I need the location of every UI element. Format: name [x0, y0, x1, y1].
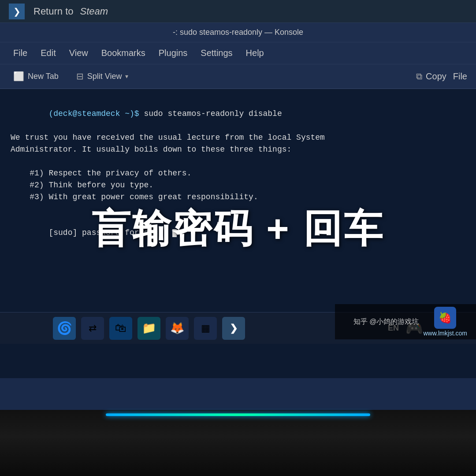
- led-strip: [106, 413, 370, 416]
- files-symbol: 📁: [142, 321, 156, 335]
- terminal-symbol: ❯: [230, 323, 238, 334]
- terminal-output-5: #2) Think before you type.: [11, 179, 465, 191]
- file-button[interactable]: File: [453, 71, 467, 82]
- firefox-symbol: 🦊: [170, 321, 184, 335]
- copy-button[interactable]: ⧉ Copy: [416, 71, 446, 82]
- watermark: 知乎 @小鸽的游戏坑 🍓 www.lmkjst.com: [335, 304, 476, 339]
- file-label: File: [453, 71, 467, 81]
- steam-label: Steam: [80, 6, 108, 17]
- split-view-button[interactable]: ⊟ Split View ▾: [72, 68, 133, 84]
- taskbar-settings-icon[interactable]: ⇄: [81, 317, 104, 340]
- menu-settings[interactable]: Settings: [201, 48, 232, 58]
- copy-label: Copy: [426, 71, 446, 82]
- site-url: www.lmkjst.com: [423, 330, 467, 337]
- konsole-title: -: sudo steamos-readonly — Konsole: [173, 28, 303, 37]
- split-view-icon: ⊟: [76, 71, 84, 82]
- toolbar: ⬜ New Tab ⊟ Split View ▾ ⧉ Copy File: [0, 64, 476, 89]
- split-view-label: Split View: [87, 72, 122, 81]
- terminal-output-6: #3) With great power comes great respons…: [11, 191, 465, 203]
- settings-symbol: ⇄: [89, 323, 97, 334]
- copy-icon: ⧉: [416, 71, 422, 82]
- plasma-symbol: 🌀: [57, 321, 72, 335]
- prompt-text: (deck@steamdeck ~)$: [48, 109, 144, 118]
- bottom-bezel: [0, 410, 476, 476]
- arrow-icon: ❯: [13, 6, 21, 17]
- return-to-label: Return to: [33, 6, 74, 17]
- command-text: sudo steamos-readonly disable: [144, 109, 282, 118]
- terminal-output-2: Administrator. It usually boils down to …: [11, 144, 465, 156]
- menu-file[interactable]: File: [13, 48, 27, 58]
- terminal-output-1: We trust you have received the usual lec…: [11, 132, 465, 144]
- menu-edit[interactable]: Edit: [41, 48, 56, 58]
- overlay-text: 盲输密码 + 回车: [0, 203, 476, 255]
- store-symbol: 🛍: [115, 321, 126, 335]
- menu-view[interactable]: View: [69, 48, 88, 58]
- terminal-output-3: [11, 156, 465, 167]
- new-tab-icon: ⬜: [13, 71, 24, 82]
- taskbar-plasma-icon[interactable]: 🌀: [53, 317, 76, 340]
- toolbar-right: ⧉ Copy File: [416, 71, 467, 82]
- taskbar-firefox-icon[interactable]: 🦊: [166, 317, 189, 340]
- new-tab-label: New Tab: [28, 72, 59, 81]
- watermark-text-block: 知乎 @小鸽的游戏坑: [353, 317, 419, 327]
- chevron-down-icon: ▾: [125, 73, 128, 80]
- logo-image: 🍓: [434, 307, 456, 329]
- menu-help[interactable]: Help: [246, 48, 264, 58]
- watermark-logo: 🍓 www.lmkjst.com: [423, 307, 467, 337]
- app-symbol: ▦: [201, 323, 210, 334]
- taskbar-store-icon[interactable]: 🛍: [109, 317, 132, 340]
- menubar: File Edit View Bookmarks Plugins Setting…: [0, 42, 476, 64]
- terminal-prompt-line: (deck@steamdeck ~)$ sudo steamos-readonl…: [11, 96, 465, 132]
- taskbar-terminal-icon[interactable]: ❯: [222, 317, 245, 340]
- logo-symbol: 🍓: [439, 312, 452, 324]
- menu-bookmarks[interactable]: Bookmarks: [101, 48, 145, 58]
- terminal-output-4: #1) Respect the privacy of others.: [11, 167, 465, 179]
- new-tab-button[interactable]: ⬜ New Tab: [9, 68, 63, 84]
- topbar-left: Return to Steam: [33, 6, 108, 17]
- monitor-bezel: ❯ Return to Steam -: sudo steamos-readon…: [0, 0, 476, 476]
- steam-topbar: ❯ Return to Steam: [0, 0, 476, 23]
- back-arrow-button[interactable]: ❯: [9, 4, 25, 19]
- taskbar-app-icon[interactable]: ▦: [194, 317, 217, 340]
- taskbar-files-icon[interactable]: 📁: [138, 317, 160, 340]
- menu-plugins[interactable]: Plugins: [159, 48, 188, 58]
- watermark-author: 知乎 @小鸽的游戏坑: [353, 317, 419, 327]
- konsole-titlebar: -: sudo steamos-readonly — Konsole: [0, 23, 476, 42]
- screen: ❯ Return to Steam -: sudo steamos-readon…: [0, 0, 476, 410]
